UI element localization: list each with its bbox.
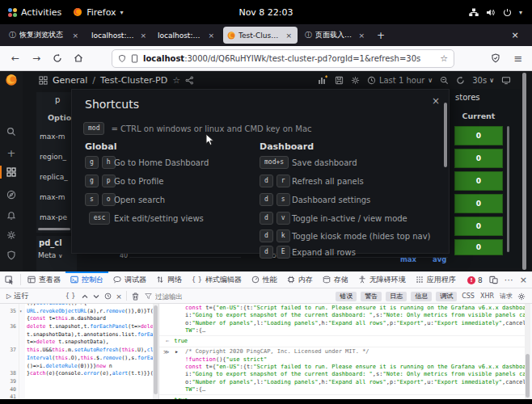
tab-close-icon[interactable]: × <box>284 32 293 40</box>
console-editor-pane[interactable]: (),setTimeout(()=>{ 35▾URL.revokeObjectU… <box>0 304 153 399</box>
table-horizontal-scrollbar[interactable] <box>38 228 70 230</box>
forward-button[interactable]: → <box>29 51 44 65</box>
console-output-pane[interactable]: const t={"en-US":{t:"Script failed to ru… <box>159 304 525 399</box>
pick-element-button[interactable] <box>0 271 19 288</box>
tab-page-load-error[interactable]: ⓘ 页面载入出错 × <box>301 27 370 44</box>
tab-performance[interactable]: 性能 <box>247 271 282 288</box>
key-badge: g <box>85 156 99 169</box>
page-scrollbar[interactable] <box>522 73 526 270</box>
configuration-gear-icon[interactable] <box>6 229 17 241</box>
stores-column-current[interactable]: Current <box>454 112 503 120</box>
tab-pd-api-2[interactable]: localhost:2371/pd/api/ × <box>154 27 220 44</box>
dashboards-icon[interactable] <box>6 166 17 178</box>
run-button[interactable]: ▷ 运行 <box>6 288 28 304</box>
breadcrumb-dashboard[interactable]: Test-Cluster-PD <box>100 75 167 86</box>
legend-max[interactable]: max <box>400 255 416 263</box>
breadcrumb-folder[interactable]: General <box>53 75 87 86</box>
tab-console[interactable]: 控制台 <box>65 271 108 288</box>
tab-style-editor[interactable]: { }样式编辑器 <box>187 271 247 288</box>
tab-close-icon[interactable]: × <box>138 32 148 40</box>
shield-icon[interactable] <box>118 54 126 63</box>
tab-application[interactable]: 应用程序 <box>411 271 461 288</box>
url-bar[interactable]: localhost:3000/d/Q6RuHYIWk/test-cluster-… <box>112 49 454 68</box>
alerting-bell-icon[interactable] <box>6 209 17 221</box>
menu-button[interactable]: ≡ <box>511 51 526 65</box>
filter-info[interactable]: 信息 <box>411 292 432 301</box>
tab-inspector[interactable]: 查看器 <box>23 271 65 288</box>
fold-arrow-icon[interactable]: ▾ <box>19 308 25 316</box>
modal-scrollbar[interactable] <box>444 103 447 167</box>
time-range-picker[interactable]: Last 1 hour ∨ <box>367 76 433 85</box>
reload-button[interactable] <box>50 51 65 65</box>
console-scrollbar[interactable] <box>525 304 530 399</box>
tab-close-icon[interactable]: × <box>206 32 216 40</box>
filter-logs[interactable]: 日志 <box>386 292 407 301</box>
tab-accessibility[interactable]: 无障碍环境 <box>353 271 411 288</box>
favorite-star-icon[interactable]: ☆ <box>172 75 180 86</box>
modal-close-icon[interactable]: × <box>429 95 442 107</box>
new-tab-button[interactable]: + <box>374 28 388 43</box>
filter-debug[interactable]: 调试 <box>436 292 457 301</box>
tab-close-icon[interactable]: × <box>357 32 366 40</box>
server-admin-shield-icon[interactable] <box>6 250 17 261</box>
history-clock-icon[interactable] <box>102 288 113 304</box>
add-panel-icon[interactable] <box>318 75 327 85</box>
tab-network[interactable]: 网络 <box>151 271 187 288</box>
tab-debugger[interactable]: 调试器 <box>108 271 151 288</box>
close-editor-icon[interactable]: × <box>113 288 125 304</box>
filter-errors[interactable]: 错误 <box>336 292 357 301</box>
page-info-icon[interactable] <box>131 54 138 63</box>
zoom-out-icon[interactable] <box>440 76 449 85</box>
share-icon[interactable] <box>185 76 194 85</box>
key-badge: mod+s <box>260 156 289 169</box>
breadcrumb[interactable]: General / Test-Cluster-PD ☆ <box>39 75 194 86</box>
legend-avg[interactable]: avg <box>433 255 446 263</box>
stores-scrollbar[interactable] <box>507 126 509 252</box>
error-count-badge[interactable]: ! 8 <box>467 276 483 284</box>
cycle-view-icon[interactable] <box>501 76 511 85</box>
filter-input[interactable] <box>155 290 309 302</box>
filter-requests[interactable]: 请求 <box>499 292 513 301</box>
console-settings-icon[interactable] <box>517 292 526 301</box>
tab-close-icon[interactable]: × <box>70 32 80 40</box>
explore-compass-icon[interactable] <box>6 189 17 200</box>
grafana-logo[interactable] <box>4 74 19 86</box>
protections-button[interactable] <box>488 51 503 65</box>
clear-console-trash-icon[interactable] <box>129 288 141 304</box>
mouse-cursor <box>205 134 215 146</box>
filter-xhr[interactable]: XHR <box>479 292 495 300</box>
home-button[interactable] <box>71 51 86 65</box>
refresh-interval-picker[interactable]: 30s ∨ <box>472 76 494 85</box>
system-tray[interactable]: ▾ <box>469 0 522 24</box>
settings-gear-icon[interactable] <box>351 76 360 85</box>
back-button[interactable]: ← <box>8 51 23 65</box>
history-down-icon[interactable] <box>91 288 102 304</box>
create-plus-icon[interactable]: + <box>6 147 17 158</box>
devtools-menu-icon[interactable]: ⋯ <box>505 275 513 285</box>
clock[interactable]: Nov 8 22:03 <box>0 0 532 24</box>
stores-panel-title[interactable]: stores <box>455 93 480 102</box>
tab-test-cluster-pd[interactable]: Test-Cluster-PD - G × <box>223 27 298 44</box>
screen: Activities Firefox ▾ Nov 8 22:03 ▾ ⓘ 恢复浏… <box>0 0 532 404</box>
history-up-icon[interactable] <box>79 288 91 304</box>
expand-twisty-icon[interactable]: ▶ <box>175 349 178 354</box>
browser-toolbar: ← → localhost:3000/d/Q6RuHYIWk/test-clus… <box>0 46 532 71</box>
bookmark-star-icon[interactable]: ☆ <box>440 53 448 64</box>
tab-restore-session[interactable]: ⓘ 恢复浏览状态 × <box>5 27 84 44</box>
save-dashboard-icon[interactable] <box>335 76 344 85</box>
url-input[interactable]: localhost:3000/d/Q6RuHYIWk/test-cluster-… <box>143 54 435 63</box>
store-value-cell: 0 <box>454 171 503 191</box>
tab-pd-api-1[interactable]: localhost:2371/pd/api/ × <box>87 27 152 44</box>
responsive-design-icon[interactable] <box>489 276 498 284</box>
refresh-icon[interactable] <box>456 76 465 85</box>
pretty-print-icon[interactable]: { } <box>65 288 76 304</box>
filter-warnings[interactable]: 警告 <box>361 292 382 301</box>
devtools-close-icon[interactable]: × <box>520 275 527 285</box>
window-close-button[interactable]: × <box>508 27 522 42</box>
search-icon[interactable] <box>6 126 17 137</box>
editor-scrollbar[interactable] <box>153 304 158 399</box>
filter-css[interactable]: CSS <box>461 292 475 300</box>
tab-memory[interactable]: 内存 <box>282 271 318 288</box>
tab-storage[interactable]: 存储 <box>318 271 353 288</box>
meta-link[interactable]: Meta ∨ <box>38 251 62 259</box>
